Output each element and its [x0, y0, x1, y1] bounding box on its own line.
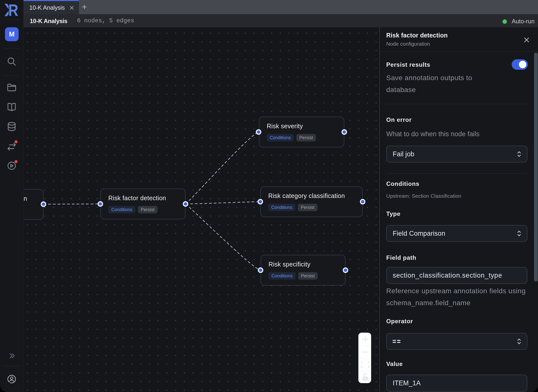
- svg-text:R: R: [8, 4, 18, 16]
